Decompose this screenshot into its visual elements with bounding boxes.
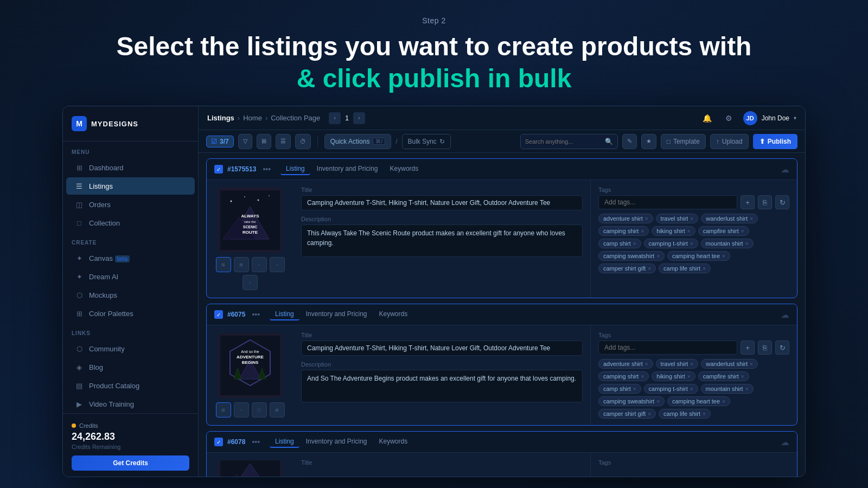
listing-menu-2[interactable]: ••• bbox=[252, 310, 260, 319]
img-thumb-1-5[interactable]: › bbox=[242, 275, 258, 290]
remove-tag[interactable]: × bbox=[690, 386, 693, 392]
quick-actions-button[interactable]: Quick Actions ⌘/ bbox=[324, 134, 391, 149]
img-thumb-2-3[interactable]: ⬡ bbox=[252, 402, 267, 418]
remove-tag[interactable]: × bbox=[690, 241, 693, 247]
sidebar-item-orders[interactable]: ◫ Orders bbox=[66, 196, 195, 213]
sidebar-item-listings[interactable]: ☰ Listings bbox=[66, 177, 195, 195]
remove-tag[interactable]: × bbox=[690, 216, 693, 222]
title-input-1[interactable]: Camping Adventure T-Shirt, Hiking T-shir… bbox=[301, 195, 583, 210]
remove-tag[interactable]: × bbox=[656, 399, 660, 404]
img-thumb-2-4[interactable]: ⊞ bbox=[270, 402, 285, 418]
add-tag-button-1[interactable]: + bbox=[741, 195, 755, 209]
breadcrumb-collection[interactable]: Collection Page bbox=[271, 114, 320, 122]
remove-tag[interactable]: × bbox=[722, 399, 725, 404]
upload-button[interactable]: ↑ Upload bbox=[710, 134, 749, 149]
star-button[interactable]: ★ bbox=[641, 134, 656, 149]
grid-view-button[interactable]: ⊞ bbox=[257, 134, 271, 149]
img-thumb-2-2[interactable]: › bbox=[234, 402, 249, 418]
upload-icon: ↑ bbox=[716, 138, 719, 145]
title-input-2[interactable]: Camping Adventure T-Shirt, Hiking T-shir… bbox=[301, 341, 583, 356]
tags-input-1[interactable] bbox=[598, 195, 737, 209]
next-page-button[interactable]: › bbox=[353, 112, 365, 124]
user-badge[interactable]: JD John Doe ▾ bbox=[743, 111, 796, 125]
listing-tab-listing-1[interactable]: Listing bbox=[280, 163, 310, 175]
remove-tag[interactable]: × bbox=[690, 361, 693, 367]
sidebar-item-product-catalog[interactable]: ▤ Product Catalog bbox=[66, 377, 195, 394]
copy-tags-button-2[interactable]: ⎘ bbox=[758, 341, 772, 355]
remove-tag[interactable]: × bbox=[648, 411, 651, 417]
remove-tag[interactable]: × bbox=[750, 361, 753, 367]
remove-tag[interactable]: × bbox=[641, 374, 644, 380]
listing-tab-inventory-2[interactable]: Inventory and Pricing bbox=[301, 309, 373, 320]
remove-tag[interactable]: × bbox=[741, 228, 744, 234]
listing-checkbox-3[interactable]: ✓ bbox=[214, 438, 223, 446]
listing-menu-3[interactable]: ••• bbox=[252, 438, 260, 446]
listing-menu-1[interactable]: ••• bbox=[263, 165, 271, 174]
remove-tag[interactable]: × bbox=[648, 266, 651, 272]
sidebar-item-color-palettes[interactable]: ⊞ Color Palettes bbox=[66, 305, 195, 322]
list-view-button[interactable]: ☰ bbox=[276, 134, 291, 149]
sidebar-item-canvas[interactable]: ✦ Canvas beta bbox=[66, 249, 195, 267]
prev-page-button[interactable]: ‹ bbox=[329, 112, 341, 124]
remove-tag[interactable]: × bbox=[687, 228, 691, 234]
img-thumb-2-1[interactable]: ⊞ bbox=[216, 402, 231, 418]
remove-tag[interactable]: × bbox=[703, 266, 706, 272]
listing-tab-listing-3[interactable]: Listing bbox=[270, 436, 299, 448]
img-thumb-1-4[interactable]: › bbox=[270, 257, 285, 272]
desc-input-2[interactable]: And So The Adventure Begins product make… bbox=[301, 370, 583, 402]
refresh-tags-button-1[interactable]: ↻ bbox=[775, 195, 789, 209]
remove-tag[interactable]: × bbox=[745, 386, 749, 392]
img-thumb-1-3[interactable]: › bbox=[252, 257, 267, 272]
breadcrumb-home[interactable]: Home bbox=[243, 114, 262, 122]
add-tag-button-2[interactable]: + bbox=[741, 341, 755, 355]
publish-button[interactable]: ⬆ Publish bbox=[753, 134, 797, 149]
image-thumbnails-1: ⊞ ⊞ › › › bbox=[214, 257, 286, 290]
search-input[interactable] bbox=[525, 138, 602, 145]
copy-tags-button-1[interactable]: ⎘ bbox=[758, 195, 772, 209]
listing-checkbox-2[interactable]: ✓ bbox=[214, 310, 223, 319]
edit-button[interactable]: ✎ bbox=[622, 134, 637, 149]
sidebar-item-collection[interactable]: □ Collection bbox=[66, 214, 195, 232]
listing-tab-keywords-3[interactable]: Keywords bbox=[374, 436, 413, 448]
listing-tab-inventory-3[interactable]: Inventory and Pricing bbox=[301, 436, 373, 448]
desc-input-1[interactable]: This Always Take The Scenic Route produc… bbox=[301, 224, 583, 257]
sidebar-item-label: Dream AI bbox=[89, 273, 118, 281]
remove-tag[interactable]: × bbox=[633, 386, 636, 392]
sidebar-item-community[interactable]: ⬡ Community bbox=[66, 340, 195, 357]
clock-button[interactable]: ⏱ bbox=[295, 134, 311, 149]
listing-checkbox-1[interactable]: ✓ bbox=[214, 165, 223, 174]
remove-tag[interactable]: × bbox=[687, 374, 691, 380]
sidebar-item-video-training[interactable]: ▶ Video Training bbox=[66, 395, 195, 413]
tags-input-2[interactable] bbox=[598, 341, 737, 355]
cloud-icon-1: ☁ bbox=[781, 164, 789, 175]
bulk-sync-button[interactable]: Bulk Sync ↻ bbox=[402, 134, 451, 149]
notification-button[interactable]: 🔔 bbox=[700, 111, 715, 126]
get-credits-button[interactable]: Get Credits bbox=[72, 455, 189, 471]
remove-tag[interactable]: × bbox=[722, 253, 725, 259]
remove-tag[interactable]: × bbox=[645, 361, 648, 367]
svg-text:take the: take the bbox=[244, 220, 256, 223]
sidebar-item-mockups[interactable]: ⬡ Mockups bbox=[66, 286, 195, 304]
remove-tag[interactable]: × bbox=[633, 241, 636, 247]
listing-tab-listing-2[interactable]: Listing bbox=[270, 309, 299, 320]
remove-tag[interactable]: × bbox=[656, 253, 660, 259]
sidebar-item-blog[interactable]: ◈ Blog bbox=[66, 358, 195, 376]
sidebar-item-dream[interactable]: ✦ Dream AI bbox=[66, 268, 195, 285]
remove-tag[interactable]: × bbox=[703, 411, 706, 417]
remove-tag[interactable]: × bbox=[745, 241, 749, 247]
listing-tab-inventory-1[interactable]: Inventory and Pricing bbox=[311, 163, 384, 175]
remove-tag[interactable]: × bbox=[741, 374, 744, 380]
settings-button[interactable]: ⚙ bbox=[722, 111, 737, 126]
remove-tag[interactable]: × bbox=[645, 216, 648, 222]
listing-image-1: ALWAYS take the SCENIC ROUTE bbox=[218, 188, 283, 253]
listing-tab-keywords-1[interactable]: Keywords bbox=[385, 163, 424, 175]
listing-tab-keywords-2[interactable]: Keywords bbox=[374, 309, 413, 320]
img-thumb-1-2[interactable]: ⊞ bbox=[234, 257, 249, 272]
refresh-tags-button-2[interactable]: ↻ bbox=[775, 341, 789, 355]
img-thumb-1-1[interactable]: ⊞ bbox=[216, 257, 231, 272]
remove-tag[interactable]: × bbox=[641, 228, 644, 234]
sidebar-item-dashboard[interactable]: ⊞ Dashboard bbox=[66, 159, 195, 176]
template-button[interactable]: □ Template bbox=[661, 134, 706, 149]
filter-button[interactable]: ▽ bbox=[238, 134, 252, 149]
remove-tag[interactable]: × bbox=[750, 216, 753, 222]
